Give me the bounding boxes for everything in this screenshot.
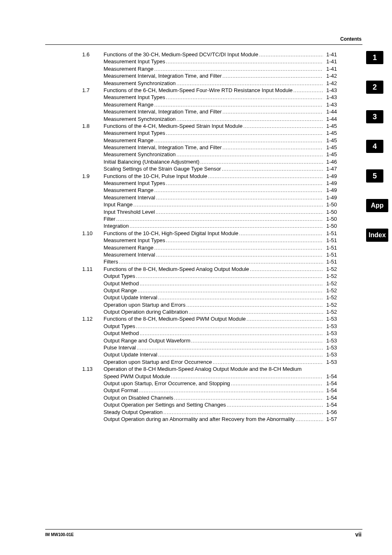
side-tab[interactable]: 2	[366, 81, 383, 94]
page: Contents 1.6Functions of the 30-CH, Medi…	[0, 0, 392, 555]
toc-leader-dots	[155, 194, 323, 201]
toc-leader-dots	[136, 345, 323, 351]
toc-leader-dots	[165, 237, 323, 244]
toc-page-ref: 1-54	[323, 380, 337, 387]
toc-page-ref: 1-49	[323, 173, 337, 180]
toc-line: 1.11Functions of the 8-CH, Medium-Speed …	[82, 266, 337, 273]
toc-line: Output Types1-52	[104, 273, 337, 280]
toc-leader-dots	[222, 144, 323, 151]
toc-line: Measurement Interval1-49	[104, 194, 337, 201]
toc-page-ref: 1-51	[323, 251, 337, 258]
toc-line: Measurement Interval1-51	[104, 251, 337, 258]
toc-entry-title: Filter	[104, 215, 115, 222]
toc-entry-title: Measurement Input Types	[104, 130, 165, 136]
toc-line: Output Method1-52	[104, 280, 337, 287]
toc-leader-dots	[190, 338, 323, 344]
toc-line: 1.7Functions of the 6-CH, Medium-Speed F…	[82, 87, 337, 94]
toc-page-ref: 1-43	[323, 94, 337, 101]
toc-line: Output upon Startup, Error Occurrence, a…	[104, 380, 337, 387]
side-tab[interactable]: Index	[366, 229, 388, 242]
toc-entry-title: Initial Balancing (Unbalance Adjustment)	[104, 158, 199, 165]
toc-entry-title: Measurement Interval	[104, 194, 155, 201]
toc-entry-title: Measurement Input Types	[104, 94, 165, 101]
toc-leader-dots	[170, 373, 323, 380]
toc-leader-dots	[153, 102, 323, 108]
toc-leader-dots	[185, 302, 323, 308]
toc-leader-dots	[139, 280, 323, 287]
toc-line: 1.6Functions of the 30-CH, Medium-Speed …	[82, 51, 337, 58]
toc-entry-title: Input Threshold Level	[104, 208, 155, 215]
toc-line: Measurement Interval, Integration Time, …	[104, 108, 337, 115]
toc-page-ref: 1-53	[323, 337, 337, 344]
toc-line: Measurement Range1-45	[104, 137, 337, 144]
toc-page-ref: 1-50	[323, 208, 337, 215]
toc-line: Output Types1-53	[104, 323, 337, 330]
toc-line: Output Format1-54	[104, 387, 337, 394]
toc-line: Integration1-50	[104, 222, 337, 229]
toc-section-number: 1.11	[82, 266, 104, 273]
toc-leader-dots	[249, 266, 323, 273]
side-tab[interactable]: 5	[366, 169, 383, 183]
toc-page-ref: 1-45	[323, 123, 337, 130]
toc-page-ref: 1-45	[323, 151, 337, 158]
toc-line: Filter1-50	[104, 215, 337, 222]
toc-entry-title: Measurement Range	[104, 244, 153, 251]
side-tab[interactable]: App	[366, 199, 388, 212]
toc-entry-title: Measurement Synchronization	[104, 151, 176, 158]
toc-entry-title: Measurement Synchronization	[104, 80, 176, 87]
side-tab[interactable]: 3	[366, 110, 383, 123]
toc-leader-dots	[221, 166, 323, 172]
toc-entry-title: Output Method	[104, 330, 139, 337]
toc-line: Pulse Interval1-53	[104, 344, 337, 351]
toc-entry-title: Measurement Input Types	[104, 237, 165, 244]
toc-page-ref: 1-43	[323, 101, 337, 108]
toc-entry-title: Measurement Range	[104, 101, 153, 108]
toc-leader-dots	[139, 330, 323, 337]
toc-leader-dots	[222, 109, 323, 115]
toc-line: Steady Output Operation1-56	[104, 409, 337, 416]
toc-entry-title: Measurement Interval, Integration Time, …	[104, 144, 222, 151]
toc-line: 1.8Functions of the 4-CH, Medium-Speed S…	[82, 123, 337, 130]
toc-page-ref: 1-46	[323, 158, 337, 165]
toc-page-ref: 1-53	[323, 323, 337, 330]
toc-page-ref: 1-52	[323, 280, 337, 287]
toc-entry-title: Operation upon Startup and Errors	[104, 301, 185, 308]
toc-leader-dots	[293, 87, 323, 94]
toc-line: Output Update Interval1-52	[104, 294, 337, 301]
toc-line: Measurement Input Types1-51	[104, 237, 337, 244]
toc-page-ref: 1-51	[323, 237, 337, 244]
toc-entry-title: Operation of the 8-CH Medium-Speed Analo…	[104, 365, 302, 372]
toc-page-ref: 1-52	[323, 308, 337, 315]
footer-rule	[45, 529, 362, 530]
toc-section-number: 1.13	[82, 365, 104, 372]
toc-page-ref: 1-43	[323, 87, 337, 94]
toc-leader-dots	[155, 252, 323, 258]
toc-line: 1.12Functions of the 8-CH, Medium-Speed …	[82, 315, 337, 322]
toc-entry-title: Functions of the 30-CH, Medium-Speed DCV…	[104, 51, 258, 58]
toc-entry-title: Measurement Interval, Integration Time, …	[104, 72, 222, 79]
toc-page-ref: 1-45	[323, 137, 337, 144]
toc-page-ref: 1-50	[323, 222, 337, 229]
toc-page-ref: 1-41	[323, 51, 337, 58]
toc-entry-title: Filters	[104, 258, 118, 265]
toc-leader-dots	[157, 294, 323, 301]
side-tab[interactable]: 1	[366, 51, 383, 64]
toc-page-ref: 1-53	[323, 344, 337, 351]
toc-line: Measurement Range1-51	[104, 244, 337, 251]
toc-entry-title: Pulse Interval	[104, 344, 136, 351]
toc-leader-dots	[157, 352, 323, 358]
toc-line: Output Operation per Settings and Settin…	[104, 401, 337, 408]
toc-leader-dots	[165, 180, 323, 187]
toc-entry-title: Measurement Range	[104, 137, 153, 144]
toc-page-ref: 1-51	[323, 244, 337, 251]
toc-entry-title: Scaling Settings of the Strain Gauge Typ…	[104, 165, 221, 172]
toc-page-ref: 1-54	[323, 373, 337, 380]
toc-page-ref: 1-41	[323, 65, 337, 72]
toc-entry-title: Output Format	[104, 387, 138, 394]
toc-line: Output on Disabled Channels1-54	[104, 394, 337, 401]
toc-line: Operation upon Startup and Errors1-52	[104, 301, 337, 308]
toc-entry-title: Functions of the 10-CH, Pulse Input Modu…	[104, 173, 207, 180]
side-tab[interactable]: 4	[366, 140, 383, 153]
toc-entry-title: Output Range	[104, 287, 137, 294]
toc-leader-dots	[207, 173, 323, 180]
